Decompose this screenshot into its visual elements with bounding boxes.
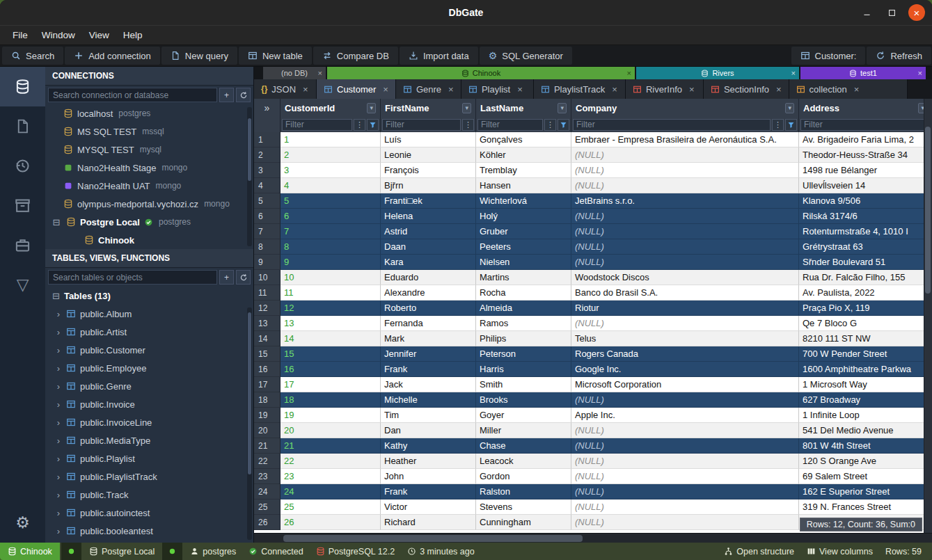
- grid-cell[interactable]: Rocha: [476, 285, 571, 301]
- grid-cell[interactable]: Sřnder Boulevard 51: [799, 255, 932, 270]
- row-number[interactable]: 11: [254, 285, 281, 301]
- grid-cell[interactable]: (NULL): [571, 438, 799, 454]
- grid-cell[interactable]: Goyer: [476, 408, 571, 423]
- grid-cell[interactable]: Köhler: [476, 147, 571, 163]
- tab-sectioninfo[interactable]: SectionInfo×: [704, 79, 789, 99]
- db-tab-test1[interactable]: test1×: [800, 67, 926, 79]
- grid-cell[interactable]: Gruber: [476, 224, 571, 239]
- grid-cell[interactable]: Woodstock Discos: [571, 270, 799, 285]
- expander-icon[interactable]: ›: [55, 472, 62, 482]
- filter-funnel-button[interactable]: [785, 119, 797, 131]
- grid-cell[interactable]: Leonie: [381, 147, 476, 163]
- grid-corner-expand[interactable]: »: [254, 99, 281, 117]
- tables-search-input[interactable]: [48, 270, 217, 285]
- column-header-firstname[interactable]: FirstName▾: [381, 99, 476, 117]
- expander-icon[interactable]: ›: [55, 327, 62, 337]
- grid-cell[interactable]: Klanova 9/506: [799, 193, 932, 209]
- close-icon[interactable]: ×: [627, 69, 631, 77]
- tab-playlisttrack[interactable]: PlaylistTrack×: [534, 79, 626, 99]
- filter-input-customerid[interactable]: [282, 119, 352, 131]
- expander-icon[interactable]: ›: [55, 454, 62, 464]
- grid-cell[interactable]: 120 S Orange Ave: [799, 454, 932, 469]
- grid-cell[interactable]: (NULL): [571, 224, 799, 239]
- grid-cell[interactable]: Rogers Canada: [571, 346, 799, 362]
- grid-cell[interactable]: Harris: [476, 362, 571, 377]
- grid-cell[interactable]: Peterson: [476, 346, 571, 362]
- close-icon[interactable]: ×: [517, 84, 523, 95]
- close-icon[interactable]: ×: [448, 84, 454, 95]
- sidebar-table-public-autoinctest[interactable]: ›public.autoinctest: [45, 504, 253, 522]
- grid-cell[interactable]: 20: [281, 423, 381, 438]
- grid-cell[interactable]: Alexandre: [381, 285, 476, 301]
- grid-cell[interactable]: Daan: [381, 239, 476, 255]
- grid-cell[interactable]: 8: [281, 239, 381, 255]
- refresh-connections-button[interactable]: [236, 88, 251, 102]
- horizontal-scrollbar[interactable]: [254, 533, 932, 543]
- grid-cell[interactable]: François: [381, 163, 476, 178]
- grid-cell[interactable]: Michelle: [381, 392, 476, 408]
- grid-cell[interactable]: 5: [281, 193, 381, 209]
- row-number[interactable]: 18: [254, 392, 281, 408]
- grid-cell[interactable]: Fernanda: [381, 316, 476, 331]
- grid-cell[interactable]: 2: [281, 147, 381, 163]
- grid-cell[interactable]: 12: [281, 301, 381, 316]
- row-number[interactable]: 7: [254, 224, 281, 239]
- connection-localhost[interactable]: localhostpostgres: [45, 104, 253, 122]
- grid-cell[interactable]: Cunningham: [476, 515, 571, 530]
- menu-item-window[interactable]: Window: [35, 27, 82, 43]
- status-postgre-local[interactable]: Postgre Local: [83, 543, 161, 560]
- row-number[interactable]: 10: [254, 270, 281, 285]
- grid-cell[interactable]: 9: [281, 255, 381, 270]
- row-number[interactable]: 16: [254, 362, 281, 377]
- grid-cell[interactable]: Av. Brigadeiro Faria Lima, 2: [799, 132, 932, 147]
- close-icon[interactable]: ×: [303, 84, 308, 95]
- close-icon[interactable]: ×: [689, 84, 695, 95]
- grid-cell[interactable]: (NULL): [571, 316, 799, 331]
- rail-filter-triangle-icon[interactable]: ▽: [0, 265, 45, 305]
- grid-cell[interactable]: Peeters: [476, 239, 571, 255]
- grid-cell[interactable]: (NULL): [571, 469, 799, 484]
- grid-cell[interactable]: Roberto: [381, 301, 476, 316]
- chevron-down-icon[interactable]: ▾: [558, 103, 567, 113]
- grid-cell[interactable]: 1 Microsoft Way: [799, 377, 932, 392]
- grid-cell[interactable]: (NULL): [571, 515, 799, 530]
- grid-cell[interactable]: Embraer - Empresa Brasileira de Aeronáut…: [571, 132, 799, 147]
- row-number[interactable]: 13: [254, 316, 281, 331]
- close-icon[interactable]: ×: [776, 84, 782, 95]
- refresh-tables-button[interactable]: [236, 270, 251, 285]
- grid-cell[interactable]: Victor: [381, 499, 476, 515]
- connection-olympus-medportal-vychozi-cz[interactable]: olympus-medportal.vychozi.czmongo: [45, 195, 253, 213]
- grid-cell[interactable]: Qe 7 Bloco G: [799, 316, 932, 331]
- close-icon[interactable]: ×: [791, 69, 796, 77]
- column-header-address[interactable]: Address▾: [799, 99, 932, 117]
- column-header-customerid[interactable]: CustomerId▾: [281, 99, 381, 117]
- grid-cell[interactable]: Rua Dr. Falcão Filho, 155: [799, 270, 932, 285]
- grid-cell[interactable]: Almeida: [476, 301, 571, 316]
- row-number[interactable]: 1: [254, 132, 281, 147]
- grid-cell[interactable]: 24: [281, 484, 381, 499]
- row-number[interactable]: 24: [254, 484, 281, 499]
- grid-cell[interactable]: (NULL): [571, 423, 799, 438]
- connection-nano2health-uat[interactable]: Nano2Health UATmongo: [45, 177, 253, 195]
- grid-cell[interactable]: Brooks: [476, 392, 571, 408]
- status-rows-59[interactable]: Rows: 59: [879, 543, 928, 560]
- close-icon[interactable]: ×: [918, 69, 922, 77]
- column-header-company[interactable]: Company▾: [571, 99, 799, 117]
- sidebar-table-public-artist[interactable]: ›public.Artist: [45, 323, 253, 341]
- grid-cell[interactable]: 1 Infinite Loop: [799, 408, 932, 423]
- grid-cell[interactable]: 14: [281, 331, 381, 346]
- grid-cell[interactable]: Philips: [476, 331, 571, 346]
- grid-cell[interactable]: Hansen: [476, 178, 571, 193]
- expander-icon[interactable]: ›: [55, 417, 62, 428]
- grid-cell[interactable]: Grétrystraat 63: [799, 239, 932, 255]
- chevron-down-icon[interactable]: ▾: [462, 103, 471, 113]
- grid-cell[interactable]: Gordon: [476, 469, 571, 484]
- sidebar-table-public-album[interactable]: ›public.Album: [45, 305, 253, 323]
- grid-cell[interactable]: Luís: [381, 132, 476, 147]
- add-table-mini-button[interactable]: +: [219, 270, 234, 285]
- grid-cell[interactable]: 4: [281, 178, 381, 193]
- grid-cell[interactable]: (NULL): [571, 178, 799, 193]
- grid-cell[interactable]: 1: [281, 132, 381, 147]
- toolbar-customer-button[interactable]: Customer:: [791, 47, 866, 65]
- collapse-icon[interactable]: ⊟: [52, 291, 60, 301]
